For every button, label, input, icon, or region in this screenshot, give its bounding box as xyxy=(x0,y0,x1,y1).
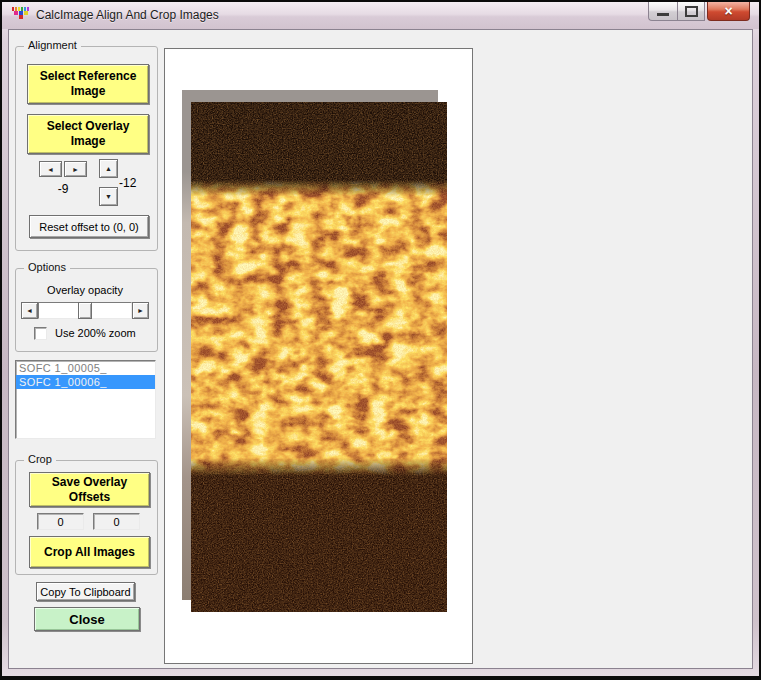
offset-left-button[interactable]: ◄ xyxy=(39,161,62,177)
options-group-label: Options xyxy=(24,261,70,273)
use-200-zoom-checkbox[interactable] xyxy=(34,327,47,340)
select-reference-image-button[interactable]: Select Reference Image xyxy=(27,64,149,104)
title-bar[interactable]: CalcImage Align And Crop Images × xyxy=(2,2,759,29)
opacity-scrollbar-thumb[interactable] xyxy=(78,302,92,319)
overlay-opacity-label: Overlay opacity xyxy=(21,284,149,296)
offset-up-button[interactable]: ▲ xyxy=(99,159,118,178)
y-offset-value: -12 xyxy=(119,176,151,190)
maximize-icon xyxy=(685,6,698,17)
copy-to-clipboard-button[interactable]: Copy To Clipboard xyxy=(36,582,135,601)
use-200-zoom-label: Use 200% zoom xyxy=(55,327,136,339)
app-window: CalcImage Align And Crop Images × Alignm… xyxy=(0,0,761,680)
crop-offset-y-field[interactable]: 0 xyxy=(93,513,140,530)
arrow-up-icon: ▲ xyxy=(105,165,112,172)
x-offset-value: -9 xyxy=(39,182,87,196)
save-overlay-offsets-button[interactable]: Save Overlay Offsets xyxy=(29,472,150,507)
overlay-image-texture xyxy=(191,102,447,612)
arrow-left-icon: ◄ xyxy=(47,166,54,173)
overlay-image xyxy=(191,102,447,612)
close-icon: × xyxy=(724,3,732,19)
minimize-icon xyxy=(657,13,669,16)
alignment-group-label: Alignment xyxy=(24,39,81,51)
close-window-button[interactable]: × xyxy=(707,2,750,21)
crop-all-images-button[interactable]: Crop All Images xyxy=(29,536,150,568)
window-title: CalcImage Align And Crop Images xyxy=(36,8,219,22)
client-area: Alignment Select Reference Image Select … xyxy=(8,29,753,669)
arrow-left-icon: ◄ xyxy=(26,307,33,314)
opacity-scrollbar[interactable]: ◄ ► xyxy=(21,302,149,319)
maximize-button[interactable] xyxy=(677,2,705,21)
image-viewer-canvas xyxy=(164,48,473,664)
opacity-decrease-button[interactable]: ◄ xyxy=(21,302,38,319)
reset-offset-button[interactable]: Reset offset to (0, 0) xyxy=(29,215,149,238)
opacity-increase-button[interactable]: ► xyxy=(132,302,149,319)
arrow-right-icon: ► xyxy=(72,166,79,173)
crop-group-label: Crop xyxy=(24,453,56,465)
app-icon xyxy=(12,7,30,24)
offset-right-button[interactable]: ► xyxy=(64,161,87,177)
crop-offset-x-field[interactable]: 0 xyxy=(37,513,84,530)
minimize-button[interactable] xyxy=(648,2,677,21)
arrow-right-icon: ► xyxy=(137,307,144,314)
select-overlay-image-button[interactable]: Select Overlay Image xyxy=(27,114,149,154)
offset-down-button[interactable]: ▼ xyxy=(99,187,118,206)
close-button[interactable]: Close xyxy=(34,607,140,631)
image-file-listbox[interactable]: SOFC 1_00005_ SOFC 1_00006_ xyxy=(15,360,156,439)
arrow-down-icon: ▼ xyxy=(105,193,112,200)
list-item-selected[interactable]: SOFC 1_00006_ xyxy=(16,375,155,389)
list-item[interactable]: SOFC 1_00005_ xyxy=(16,361,155,375)
